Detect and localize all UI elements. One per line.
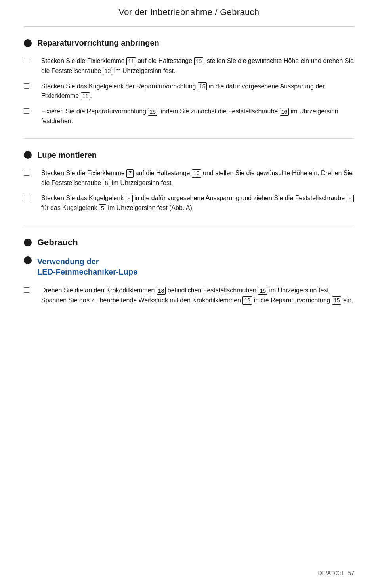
item-text: Fixieren Sie die Reparaturvorrichtung 15… <box>41 107 354 126</box>
badge-11: 11 <box>126 57 136 65</box>
badge-15c: 15 <box>332 296 342 304</box>
checkbox-bullet <box>24 108 29 114</box>
divider-1 <box>24 138 354 139</box>
section-title-text-reparatur: Reparaturvorrichtung anbringen <box>37 38 159 48</box>
footer-page: 57 <box>348 570 354 576</box>
list-item: Stecken Sie die Fixierklemme 11 auf die … <box>24 56 354 76</box>
badge-12: 12 <box>103 67 113 75</box>
bullet-circle-gebrauch <box>24 239 32 246</box>
list-item: Stecken Sie das Kugelgelenk 5 in die daf… <box>24 193 354 213</box>
divider-2 <box>24 225 354 225</box>
header-title: Vor der Inbetriebnahme / Gebrauch <box>119 7 260 17</box>
verwendung-item-list: Drehen Sie die an den Krokodilklemmen 18… <box>24 286 354 305</box>
badge-10c: 10 <box>192 169 201 177</box>
section-gebrauch: Gebrauch Verwendung derLED-Feinmechanike… <box>24 237 354 305</box>
bullet-circle-verwendung <box>24 256 32 264</box>
checkbox-bullet <box>24 287 29 293</box>
section-title-reparatur: Reparaturvorrichtung anbringen <box>24 38 354 48</box>
badge-5b: 5 <box>99 204 106 212</box>
item-text: Stecken Sie die Fixierklemme 7 auf die H… <box>41 168 354 188</box>
checkbox-bullet <box>24 170 29 176</box>
footer-locale: DE/AT/CH <box>318 570 343 576</box>
page-container: Vor der Inbetriebnahme / Gebrauch Repara… <box>0 0 378 588</box>
section-lupe: Lupe montieren Stecken Sie die Fixierkle… <box>24 151 354 213</box>
subsection-verwendung: Verwendung derLED-Feinmechaniker-Lupe Dr… <box>24 256 354 305</box>
badge-10: 10 <box>194 57 204 65</box>
badge-5a: 5 <box>126 195 133 202</box>
checkbox-bullet <box>24 195 29 200</box>
badge-6: 6 <box>347 195 354 202</box>
item-text: Stecken Sie die Fixierklemme 11 auf die … <box>41 56 354 76</box>
section-title-gebrauch: Gebrauch <box>24 237 354 248</box>
badge-19: 19 <box>258 287 267 295</box>
section-reparaturvorrichtung: Reparaturvorrichtung anbringen Stecken S… <box>24 38 354 126</box>
list-item: Fixieren Sie die Reparaturvorrichtung 15… <box>24 107 354 126</box>
subsection-title-text: Verwendung derLED-Feinmechaniker-Lupe <box>37 256 137 277</box>
bullet-circle-reparatur <box>24 39 32 47</box>
badge-18b: 18 <box>242 296 252 304</box>
list-item: Stecken Sie das Kugelgelenk der Reparatu… <box>24 82 354 101</box>
badge-15b: 15 <box>148 108 157 116</box>
badge-8: 8 <box>103 179 110 187</box>
item-text: Stecken Sie das Kugelgelenk 5 in die daf… <box>41 193 354 213</box>
bullet-circle-lupe <box>24 151 32 159</box>
page-header: Vor der Inbetriebnahme / Gebrauch <box>24 0 354 27</box>
section-title-text-gebrauch: Gebrauch <box>37 237 78 248</box>
lupe-item-list: Stecken Sie die Fixierklemme 7 auf die H… <box>24 168 354 213</box>
checkbox-bullet <box>24 83 29 89</box>
item-text: Stecken Sie das Kugelgelenk der Reparatu… <box>41 82 354 101</box>
badge-7: 7 <box>126 169 134 177</box>
section-title-lupe: Lupe montieren <box>24 151 354 160</box>
badge-18a: 18 <box>157 287 166 295</box>
list-item: Drehen Sie die an den Krokodilklemmen 18… <box>24 286 354 305</box>
item-text: Drehen Sie die an den Krokodilklemmen 18… <box>41 286 354 305</box>
list-item: Stecken Sie die Fixierklemme 7 auf die H… <box>24 168 354 188</box>
page-footer: DE/AT/CH 57 <box>318 570 354 576</box>
reparatur-item-list: Stecken Sie die Fixierklemme 11 auf die … <box>24 56 354 126</box>
checkbox-bullet <box>24 58 29 63</box>
section-title-text-lupe: Lupe montieren <box>37 151 97 160</box>
subsection-title-verwendung: Verwendung derLED-Feinmechaniker-Lupe <box>24 256 354 277</box>
badge-16: 16 <box>280 108 289 116</box>
badge-15a: 15 <box>198 82 207 90</box>
badge-11b: 11 <box>81 92 90 100</box>
